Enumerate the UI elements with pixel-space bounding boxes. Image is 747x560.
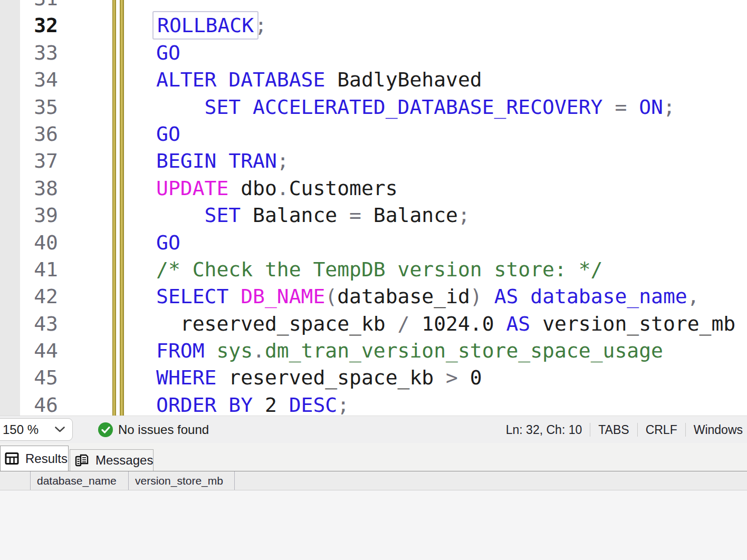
status-cursor-position[interactable]: Ln: 32, Ch: 10	[503, 423, 586, 437]
status-separator	[590, 423, 590, 437]
line-number: 42	[0, 283, 58, 310]
grid-column-header[interactable]: version_store_mb	[129, 471, 235, 490]
line-number: 33	[0, 40, 58, 66]
code-text: BEGIN TRAN;	[156, 148, 289, 175]
code-text: GO	[156, 229, 180, 256]
code-text: GO	[156, 121, 180, 148]
status-separator	[685, 423, 686, 437]
line-number: 37	[0, 148, 58, 175]
line-number: 45	[0, 364, 58, 391]
status-separator	[637, 423, 638, 437]
line-number: 39	[0, 202, 58, 229]
zoom-level-value: 150 %	[3, 422, 39, 437]
current-statement-box: ROLLBACK	[152, 11, 258, 40]
line-number: 40	[0, 229, 58, 256]
issues-indicator[interactable]: No issues found	[98, 416, 209, 443]
messages-document-icon	[74, 453, 89, 468]
sql-editor[interactable]: 3132ROLLBACK;33GO34ALTER DATABASE BadlyB…	[0, 0, 747, 416]
line-number: 32	[0, 12, 58, 39]
line-number: 44	[0, 337, 58, 364]
results-grid-body[interactable]	[0, 490, 747, 560]
code-text: UPDATE dbo.Customers	[156, 175, 398, 202]
code-text: SET Balance = Balance;	[156, 202, 470, 229]
status-platform[interactable]: Windows	[691, 423, 746, 437]
line-number: 43	[0, 311, 58, 337]
line-number: 46	[0, 392, 58, 416]
code-text: SET ACCELERATED_DATABASE_RECOVERY = ON;	[156, 94, 675, 121]
tab-label: Messages	[95, 453, 153, 468]
code-text: ORDER BY 2 DESC;	[156, 392, 349, 416]
code-text: ROLLBACK;	[156, 12, 267, 39]
code-text: WHERE reserved_space_kb > 0	[156, 364, 482, 391]
code-text: SELECT DB_NAME(database_id) AS database_…	[156, 283, 700, 310]
status-indentation[interactable]: TABS	[595, 423, 632, 437]
tab-label: Results	[25, 451, 68, 466]
line-number: 34	[0, 66, 58, 93]
results-grid[interactable]: database_nameversion_store_mb	[0, 471, 747, 560]
editor-status-bar: 150 % No issues found Ln: 32, Ch: 10TABS…	[0, 416, 747, 443]
status-eol[interactable]: CRLF	[643, 423, 681, 437]
line-number: 38	[0, 175, 58, 202]
tab-results[interactable]: Results	[0, 446, 69, 471]
zoom-level-dropdown[interactable]: 150 %	[0, 418, 73, 441]
issues-text: No issues found	[118, 422, 209, 437]
line-number: 41	[0, 256, 58, 283]
results-pane: ResultsMessages database_nameversion_sto…	[0, 443, 747, 560]
check-circle-icon	[98, 422, 113, 437]
change-tracking-bar	[112, 0, 116, 416]
chevron-down-icon	[54, 426, 65, 433]
table-grid-icon	[5, 451, 19, 466]
line-number: 36	[0, 121, 58, 148]
change-tracking-bar	[120, 0, 124, 416]
code-text: /* Check the TempDB version store: */	[156, 256, 602, 283]
results-grid-header: database_nameversion_store_mb	[0, 471, 747, 490]
code-text: reserved_space_kb / 1024.0 AS version_st…	[156, 311, 735, 337]
code-text: GO	[156, 40, 180, 66]
code-text: ALTER DATABASE BadlyBehaved	[156, 66, 482, 93]
line-number: 35	[0, 94, 58, 121]
line-number: 31	[0, 0, 58, 12]
tab-messages[interactable]: Messages	[70, 449, 154, 471]
code-text: FROM sys.dm_tran_version_store_space_usa…	[156, 337, 663, 364]
status-right-items: Ln: 32, Ch: 10TABSCRLFWindows	[503, 416, 746, 443]
grid-column-header[interactable]: database_name	[31, 471, 129, 490]
grid-row-header-cell[interactable]	[0, 471, 31, 490]
